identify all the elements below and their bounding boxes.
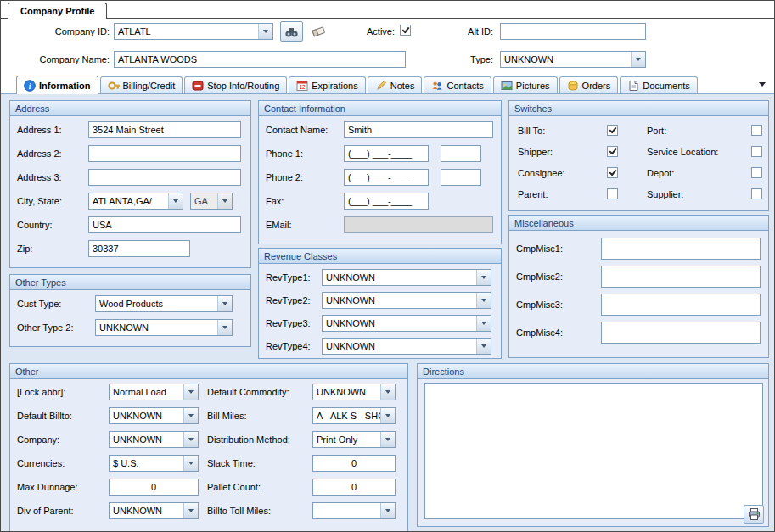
pallet-count-input[interactable] — [312, 479, 396, 496]
tab-stop-info-routing[interactable]: Stop Info/Routing — [184, 76, 287, 93]
tab-label: Documents — [643, 81, 690, 91]
max-dunnage-input[interactable] — [109, 479, 199, 496]
cmpmisc2-input[interactable] — [601, 266, 761, 288]
supplier-checkbox[interactable] — [751, 188, 762, 199]
shipper-checkbox[interactable] — [607, 146, 618, 157]
zip-input[interactable] — [88, 240, 190, 257]
company-combobox[interactable]: UNKNOWN — [109, 431, 199, 448]
tab-notes[interactable]: Notes — [368, 76, 423, 93]
tab-pictures[interactable]: Pictures — [493, 76, 558, 93]
expirations-icon: 12 — [296, 80, 308, 92]
chevron-down-icon[interactable] — [217, 296, 232, 311]
parent-checkbox[interactable] — [607, 188, 618, 199]
port-switch-row: Port: — [647, 123, 762, 137]
distribution-method-combobox[interactable]: Print Only — [312, 431, 396, 448]
other-left-column: [Lock abbr]: Normal Load Default Billto:… — [17, 384, 200, 526]
active-checkbox[interactable] — [400, 25, 411, 36]
revtype3-combobox[interactable]: UNKNOWN — [322, 315, 491, 332]
chevron-down-icon[interactable] — [476, 293, 491, 308]
phone1-ext-input[interactable] — [441, 145, 481, 162]
phone1-input[interactable] — [344, 145, 429, 162]
consignee-checkbox[interactable] — [607, 167, 618, 178]
tab-contacts[interactable]: Contacts — [424, 76, 491, 93]
address1-input[interactable] — [88, 121, 241, 138]
tab-documents[interactable]: Documents — [620, 76, 698, 93]
billto-checkbox[interactable] — [607, 125, 618, 136]
address3-input[interactable] — [88, 169, 241, 186]
default-billto-combobox[interactable]: UNKNOWN — [109, 407, 199, 424]
shipper-label: Shipper: — [518, 147, 553, 157]
chevron-down-icon[interactable] — [183, 456, 198, 471]
cmpmisc4-input[interactable] — [601, 322, 761, 344]
revtype2-combobox[interactable]: UNKNOWN — [322, 292, 491, 309]
chevron-down-icon[interactable] — [476, 316, 491, 331]
revtype1-combobox[interactable]: UNKNOWN — [322, 269, 491, 286]
alt-id-input[interactable] — [500, 23, 646, 40]
billto-toll-miles-combobox[interactable] — [312, 502, 396, 519]
contact-name-label: Contact Name: — [266, 125, 344, 135]
chevron-down-icon[interactable] — [476, 339, 491, 354]
chevron-down-icon[interactable] — [183, 503, 198, 518]
chevron-down-icon[interactable] — [183, 384, 198, 400]
lookup-button[interactable] — [280, 21, 303, 42]
phone2-input[interactable] — [344, 169, 429, 186]
city-state-combobox[interactable]: ATLANTA,GA/ — [88, 193, 183, 210]
revtype4-combobox[interactable]: UNKNOWN — [322, 338, 491, 355]
bill-miles-value: A - ALK S - SHO — [313, 408, 380, 423]
address2-input[interactable] — [88, 145, 241, 162]
chevron-down-icon[interactable] — [476, 270, 491, 285]
tab-information[interactable]: i Information — [16, 76, 98, 94]
phone2-label: Phone 2: — [266, 172, 344, 182]
chevron-down-icon[interactable] — [258, 24, 272, 39]
slack-time-row: Slack Time: — [207, 455, 399, 472]
chevron-down-icon[interactable] — [217, 320, 232, 335]
chevron-down-icon[interactable] — [631, 52, 645, 67]
chevron-down-icon[interactable] — [380, 384, 395, 400]
chevron-down-icon[interactable] — [380, 408, 395, 423]
window-title: Company Profile — [20, 6, 94, 16]
chevron-down-icon[interactable] — [217, 193, 232, 209]
chevron-down-icon[interactable] — [183, 432, 198, 447]
company-id-combobox[interactable]: ATLATL — [114, 23, 273, 40]
cust-type-combobox[interactable]: Wood Products — [95, 295, 233, 312]
chevron-down-icon[interactable] — [168, 193, 183, 209]
service-location-checkbox[interactable] — [751, 146, 762, 157]
chevron-down-icon[interactable] — [380, 503, 395, 518]
phone2-ext-input[interactable] — [441, 169, 481, 186]
directions-textarea[interactable] — [424, 383, 763, 519]
currencies-combobox[interactable]: $ U.S. — [109, 455, 199, 472]
revtype3-value: UNKNOWN — [323, 316, 476, 331]
chevron-down-icon[interactable] — [183, 408, 198, 423]
cust-type-row: Cust Type: Wood Products — [17, 295, 244, 312]
company-value: UNKNOWN — [110, 432, 183, 447]
bill-miles-combobox[interactable]: A - ALK S - SHO — [312, 407, 396, 424]
tab-billing-credit[interactable]: Billing/Credit — [100, 76, 183, 93]
lock-abbr-combobox[interactable]: Normal Load — [109, 384, 199, 400]
tab-label: Stop Info/Routing — [207, 81, 279, 91]
phone2-row: Phone 2: — [266, 169, 494, 186]
tab-expirations[interactable]: 12 Expirations — [289, 76, 365, 93]
tab-orders[interactable]: Orders — [559, 76, 619, 93]
default-commodity-combobox[interactable]: UNKNOWN — [312, 384, 396, 400]
country-input[interactable] — [88, 216, 241, 233]
company-profile-tab[interactable]: Company Profile — [8, 3, 107, 19]
contact-name-input[interactable] — [344, 121, 493, 138]
other-type2-combobox[interactable]: UNKNOWN — [95, 319, 233, 336]
slack-time-input[interactable] — [312, 455, 396, 472]
chevron-down-icon[interactable] — [380, 432, 395, 447]
revtype2-value: UNKNOWN — [323, 293, 476, 308]
cmpmisc1-input[interactable] — [601, 238, 761, 260]
div-of-parent-combobox[interactable]: UNKNOWN — [109, 502, 199, 519]
port-checkbox[interactable] — [751, 125, 762, 136]
depot-checkbox[interactable] — [751, 167, 762, 178]
type-combobox[interactable]: UNKNOWN — [500, 51, 646, 68]
company-name-input[interactable] — [114, 51, 406, 68]
fax-input[interactable] — [344, 193, 429, 210]
tab-overflow-button[interactable] — [756, 79, 768, 89]
other-group: Other [Lock abbr]: Normal Load Default B… — [9, 363, 408, 532]
cmpmisc3-input[interactable] — [601, 294, 761, 316]
email-row: EMail: — [266, 216, 494, 233]
print-directions-button[interactable] — [744, 505, 764, 524]
state-combobox[interactable]: GA — [190, 193, 233, 210]
clear-button[interactable] — [308, 22, 329, 41]
